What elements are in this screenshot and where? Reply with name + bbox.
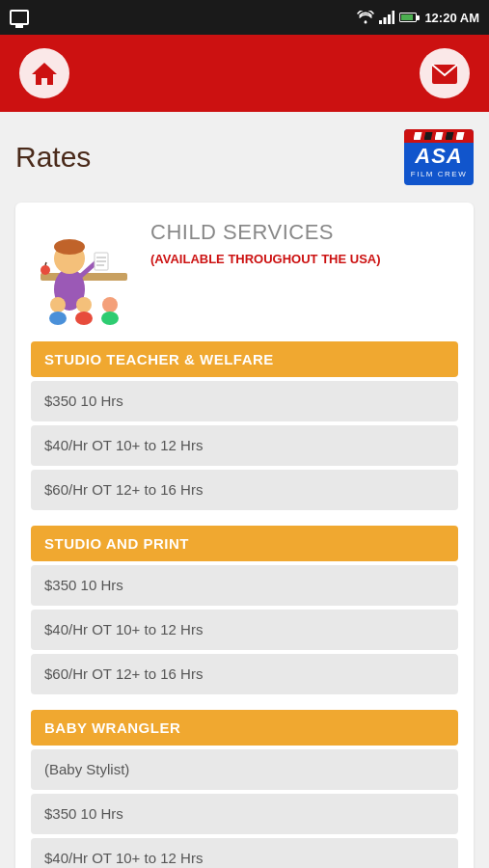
availability-text: (AVAILABLE THROUGHOUT THE USA) — [150, 251, 458, 268]
rate-section-baby-wrangler: BABY WRANGLER(Baby Stylist)$350 10 Hrs$4… — [31, 710, 458, 868]
rate-section-studio-teacher-welfare: STUDIO TEACHER & WELFARE$350 10 Hrs$40/H… — [31, 341, 458, 510]
rate-item-baby-wrangler-0: (Baby Stylist) — [31, 749, 458, 790]
svg-marker-5 — [32, 63, 57, 85]
svg-point-16 — [50, 297, 66, 312]
rate-section-header-studio-and-print: STUDIO AND PRINT — [31, 526, 458, 561]
asa-main-text: ASA — [415, 144, 462, 169]
asa-badge: ASA FILM CREW — [404, 129, 474, 185]
status-bar: 12:20 AM — [0, 0, 489, 35]
signal-icon — [379, 11, 394, 24]
svg-point-22 — [41, 265, 50, 275]
svg-point-10 — [54, 239, 85, 255]
page-header: Rates ASA FILM CREW — [15, 129, 474, 185]
rate-item-text-baby-wrangler-0: (Baby Stylist) — [44, 761, 129, 777]
child-services-row: CHILD SERVICES (AVAILABLE THROUGHOUT THE… — [31, 220, 458, 326]
rate-item-studio-teacher-welfare-0: $350 10 Hrs — [31, 381, 458, 421]
rate-item-text-studio-and-print-0: $350 10 Hrs — [44, 577, 123, 593]
svg-point-0 — [365, 21, 367, 24]
status-time: 12:20 AM — [424, 11, 479, 25]
svg-point-21 — [101, 312, 119, 325]
clapperboard-tooth-5 — [456, 132, 465, 140]
mail-button[interactable] — [420, 48, 470, 98]
rate-item-text-studio-teacher-welfare-0: $350 10 Hrs — [44, 393, 123, 409]
asa-badge-clapperboard — [404, 129, 474, 143]
svg-point-20 — [102, 297, 118, 312]
svg-rect-4 — [393, 11, 395, 24]
wifi-icon — [357, 11, 374, 24]
teacher-illustration — [31, 220, 137, 326]
svg-rect-2 — [384, 17, 387, 24]
home-icon — [30, 59, 59, 88]
rate-section-title-studio-and-print: STUDIO AND PRINT — [44, 535, 445, 552]
svg-point-18 — [76, 297, 92, 312]
rate-section-title-baby-wrangler: BABY WRANGLER — [44, 719, 445, 736]
svg-point-17 — [49, 312, 67, 325]
nav-bar — [0, 35, 489, 112]
rate-item-text-studio-teacher-welfare-1: $40/Hr OT 10+ to 12 Hrs — [44, 437, 203, 453]
clapperboard-tooth-4 — [446, 132, 454, 140]
child-illustration — [31, 220, 137, 326]
mail-icon — [430, 59, 459, 88]
rate-section-title-studio-teacher-welfare: STUDIO TEACHER & WELFARE — [44, 351, 445, 367]
rate-item-studio-and-print-0: $350 10 Hrs — [31, 565, 458, 606]
screen-icon — [10, 10, 29, 25]
main-card: CHILD SERVICES (AVAILABLE THROUGHOUT THE… — [15, 203, 474, 868]
rate-item-studio-and-print-2: $60/Hr OT 12+ to 16 Hrs — [31, 654, 458, 694]
rate-item-text-baby-wrangler-1: $350 10 Hrs — [44, 805, 123, 822]
rate-item-baby-wrangler-2: $40/Hr OT 10+ to 12 Hrs — [31, 838, 458, 868]
asa-sub-text: FILM CREW — [411, 170, 467, 178]
rate-item-text-baby-wrangler-2: $40/Hr OT 10+ to 12 Hrs — [44, 850, 203, 866]
rate-sections-container: STUDIO TEACHER & WELFARE$350 10 Hrs$40/H… — [31, 341, 458, 868]
battery-icon — [399, 13, 420, 22]
rate-item-text-studio-and-print-2: $60/Hr OT 12+ to 16 Hrs — [44, 665, 203, 682]
rate-item-text-studio-teacher-welfare-2: $60/Hr OT 12+ to 16 Hrs — [44, 481, 203, 498]
clapperboard-tooth-3 — [435, 132, 444, 140]
page-title: Rates — [15, 141, 91, 174]
home-button[interactable] — [19, 48, 69, 98]
rate-section-header-studio-teacher-welfare: STUDIO TEACHER & WELFARE — [31, 341, 458, 377]
svg-rect-1 — [379, 20, 382, 24]
status-left — [10, 10, 29, 25]
rate-section-header-baby-wrangler: BABY WRANGLER — [31, 710, 458, 746]
svg-point-19 — [75, 312, 93, 325]
rate-item-studio-teacher-welfare-2: $60/Hr OT 12+ to 16 Hrs — [31, 470, 458, 510]
rate-item-studio-and-print-1: $40/Hr OT 10+ to 12 Hrs — [31, 610, 458, 650]
clapperboard-tooth-1 — [414, 132, 422, 140]
svg-line-23 — [45, 262, 46, 265]
svg-rect-3 — [388, 14, 391, 24]
child-info: CHILD SERVICES (AVAILABLE THROUGHOUT THE… — [150, 220, 458, 268]
clapperboard-tooth-2 — [424, 132, 433, 140]
rate-item-baby-wrangler-1: $350 10 Hrs — [31, 794, 458, 834]
rate-item-text-studio-and-print-1: $40/Hr OT 10+ to 12 Hrs — [44, 621, 203, 637]
rate-section-studio-and-print: STUDIO AND PRINT$350 10 Hrs$40/Hr OT 10+… — [31, 526, 458, 694]
page-content: Rates ASA FILM CREW — [0, 112, 489, 868]
status-right: 12:20 AM — [357, 11, 479, 25]
child-services-title: CHILD SERVICES — [150, 220, 458, 245]
rate-item-studio-teacher-welfare-1: $40/Hr OT 10+ to 12 Hrs — [31, 425, 458, 466]
